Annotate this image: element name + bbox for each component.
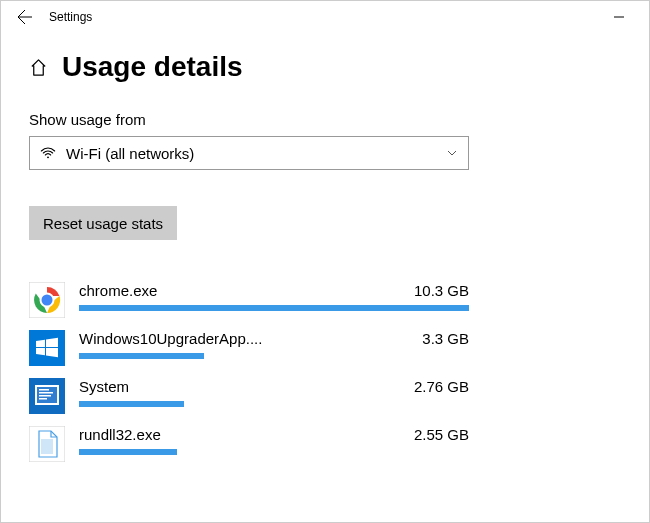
content-area: Usage details Show usage from Wi-Fi (all… <box>1 33 649 468</box>
usage-bar <box>79 353 469 359</box>
svg-rect-15 <box>39 395 51 397</box>
svg-rect-16 <box>39 398 47 400</box>
chrome-icon <box>29 282 65 318</box>
page-heading: Usage details <box>29 51 621 83</box>
windows-icon <box>29 330 65 366</box>
usage-bar <box>79 401 469 407</box>
app-usage: 3.3 GB <box>414 330 469 347</box>
minimize-icon <box>614 12 624 22</box>
page-title: Usage details <box>62 51 243 83</box>
app-usage: 2.76 GB <box>406 378 469 395</box>
app-usage: 10.3 GB <box>406 282 469 299</box>
reset-usage-button[interactable]: Reset usage stats <box>29 206 177 240</box>
app-row[interactable]: rundll32.exe2.55 GB <box>29 420 469 468</box>
dropdown-selected-text: Wi-Fi (all networks) <box>66 145 436 162</box>
show-usage-label: Show usage from <box>29 111 621 128</box>
home-icon[interactable] <box>29 58 48 77</box>
svg-rect-14 <box>39 392 53 394</box>
app-name: rundll32.exe <box>79 426 161 443</box>
minimize-button[interactable] <box>596 1 641 33</box>
wifi-icon <box>40 145 56 161</box>
app-row[interactable]: System2.76 GB <box>29 372 469 420</box>
app-usage-list: chrome.exe10.3 GBWindows10UpgraderApp...… <box>29 276 469 468</box>
back-button[interactable] <box>9 1 41 33</box>
app-row[interactable]: chrome.exe10.3 GB <box>29 276 469 324</box>
chevron-down-icon <box>446 145 458 162</box>
window-title: Settings <box>49 10 92 24</box>
app-row[interactable]: Windows10UpgraderApp....3.3 GB <box>29 324 469 372</box>
file-icon <box>29 426 65 462</box>
svg-rect-18 <box>41 439 53 454</box>
svg-rect-13 <box>39 389 49 391</box>
app-usage: 2.55 GB <box>406 426 469 443</box>
arrow-left-icon <box>17 9 33 25</box>
app-name: System <box>79 378 129 395</box>
usage-bar <box>79 449 469 455</box>
svg-point-0 <box>47 156 49 158</box>
app-name: chrome.exe <box>79 282 157 299</box>
network-dropdown[interactable]: Wi-Fi (all networks) <box>29 136 469 170</box>
usage-bar <box>79 305 469 311</box>
titlebar: Settings <box>1 1 649 33</box>
app-name: Windows10UpgraderApp.... <box>79 330 262 347</box>
system-icon <box>29 378 65 414</box>
